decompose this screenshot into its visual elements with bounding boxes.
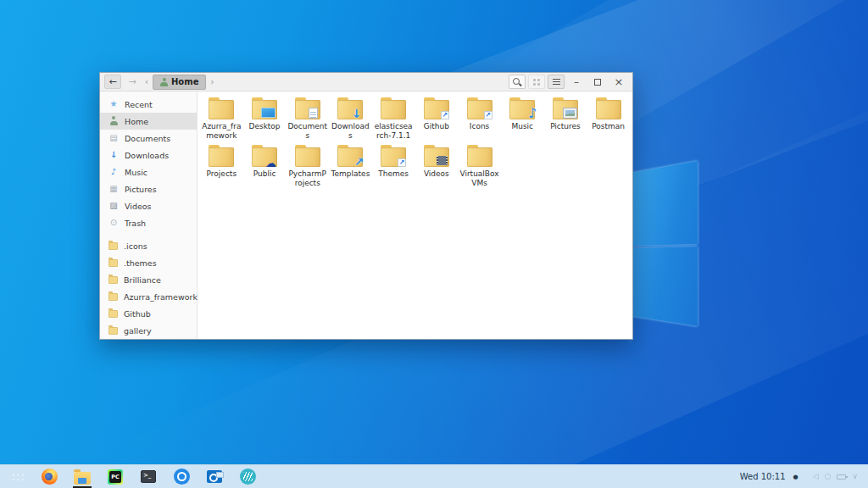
sidebar-item-pictures[interactable]: Pictures [100,180,197,197]
taskbar-clock[interactable]: Wed 10:11 [740,472,786,481]
sidebar-item-label: Recent [125,100,153,109]
folder-icon [108,242,118,250]
file-pane[interactable]: Azurra_framework Desktop Documen [198,92,632,339]
taskbar-app-pycharm[interactable] [103,465,127,488]
notification-dot-icon: ● [793,474,798,480]
sidebar-item-azurra-framework[interactable]: Azurra_framework [100,288,197,305]
system-tray[interactable]: ◁ ○ ∨ [813,473,858,480]
forward-button[interactable]: → [124,75,141,89]
sidebar-item-gallery[interactable]: gallery [100,322,197,339]
file-item[interactable]: elasticsearch-7.1.1 [372,95,415,140]
minimize-button[interactable]: – [567,75,586,90]
sidebar-item-brilliance[interactable]: Brilliance [100,271,197,288]
taskbar-app-outlook[interactable] [203,465,226,488]
file-item[interactable]: Azurra_framework [200,95,243,140]
file-name: Icons [470,122,490,131]
sidebar-item-icon [108,184,119,194]
file-item[interactable]: Pictures [544,95,587,140]
pycharm-icon [108,469,123,485]
taskbar-right: Wed 10:11 ● ◁ ○ ∨ [740,472,861,481]
terminal-icon [141,470,156,483]
chevron-down-icon[interactable]: ∨ [852,473,858,480]
file-item[interactable]: PycharmProjects [286,142,329,187]
location-tab-label: Home [171,77,198,86]
close-button[interactable]: × [609,75,628,90]
file-item[interactable]: Projects [200,142,243,187]
folder-icon [380,97,407,119]
sidebar-item-dot-themes[interactable]: .themes [100,254,197,271]
sidebar-item-music[interactable]: Music [100,164,197,180]
file-item[interactable]: VirtualBox VMs [458,142,501,187]
folder-icon [108,310,118,318]
sidebar-item-recent[interactable]: Recent [100,96,197,113]
folder-icon [466,97,493,119]
file-item[interactable]: Videos [415,142,459,187]
sidebar-item-downloads[interactable]: Downloads [100,147,197,164]
next-tab-chevron-icon[interactable]: › [209,76,215,87]
sidebar-item-trash[interactable]: Trash [100,214,197,231]
list-view-icon [553,79,560,85]
sidebar-item-label: Pictures [125,185,157,194]
sidebar-item-label: Azurra_framework [124,292,198,302]
folder-icon [251,145,278,167]
grid-view-icon [533,79,540,86]
file-item[interactable]: Icons [458,95,501,140]
firefox-icon [42,469,58,485]
sidebar-bookmarks-list: .icons .themes Brilliance Azurra [100,237,197,339]
sidebar-item-home[interactable]: Home [100,113,197,130]
sidebar-item-label: Home [125,117,148,126]
battery-icon[interactable] [837,474,846,480]
maximize-button[interactable] [588,75,607,90]
outlook-icon [207,470,222,483]
file-item[interactable]: Postman [587,95,630,140]
sidebar-item-documents[interactable]: Documents [100,130,197,147]
file-item[interactable]: Music [501,95,544,140]
file-item[interactable]: Github [415,95,459,140]
previous-tab-chevron-icon[interactable]: ‹ [143,76,150,87]
sidebar-item-icon [108,167,119,177]
file-name: Pictures [550,122,581,131]
folder-emblem-icon [352,108,362,119]
file-item[interactable]: Templates [329,142,372,187]
start-button[interactable] [7,465,29,488]
file-manager-icon [74,472,91,485]
sidebar-item-videos[interactable]: Videos [100,197,197,214]
file-name: Music [511,122,533,131]
file-item[interactable]: Public [243,142,287,187]
icon-view-button[interactable] [528,75,545,89]
sidebar-item-github[interactable]: Github [100,305,197,322]
app-grid-icon [11,472,25,482]
taskbar-app-firefox[interactable] [37,465,61,488]
file-name: Documents [287,122,328,140]
taskbar-app-terminal[interactable] [136,465,160,488]
taskbar-app-file-manager[interactable] [70,465,94,488]
folder-emblem-icon [354,156,364,168]
file-name: Themes [378,169,409,179]
list-view-button[interactable] [548,75,565,89]
folder-icon [466,145,493,167]
taskbar-app-mattermost[interactable] [170,465,193,488]
folder-icon [552,97,579,119]
night-light-icon[interactable]: ○ [825,473,832,480]
sidebar-item-label: gallery [124,326,152,336]
search-button[interactable] [509,75,526,89]
folder-icon [251,97,278,119]
file-name: Videos [424,169,449,179]
file-item[interactable]: Themes [372,142,415,187]
file-item[interactable]: Documents [286,95,329,140]
taskbar-app-webex[interactable] [236,465,259,488]
folder-icon [294,97,321,119]
maximize-icon [594,79,601,86]
back-button[interactable]: ← [104,75,121,89]
volume-icon[interactable]: ◁ [813,473,819,480]
sidebar-item-icon [108,218,119,228]
file-name: Templates [331,169,370,179]
home-icon [160,78,168,86]
file-manager-window: ← → ‹ Home › – × [99,72,633,340]
folder-icon [423,97,450,119]
file-item[interactable]: Desktop [243,95,287,140]
sidebar-item-dot-icons[interactable]: .icons [100,237,197,254]
file-item[interactable]: Downloads [329,95,372,140]
location-tab-home[interactable]: Home [153,75,206,90]
webex-icon [240,469,256,485]
